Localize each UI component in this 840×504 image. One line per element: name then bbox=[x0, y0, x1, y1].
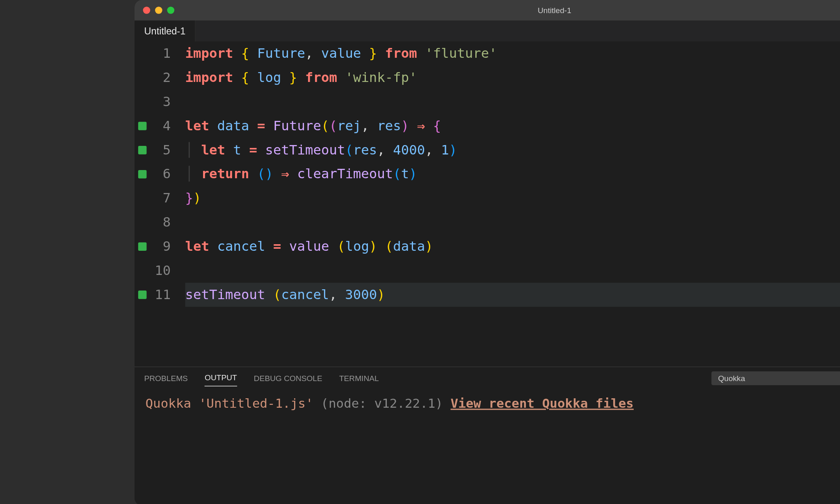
dropdown-value: Quokka bbox=[718, 373, 745, 382]
line-number: 5 bbox=[149, 138, 171, 162]
gutter-marker-row bbox=[135, 186, 149, 211]
panel-tab-terminal[interactable]: TERMINAL bbox=[339, 370, 379, 386]
code-editor[interactable]: 1234567891011 import { Future, value } f… bbox=[135, 42, 840, 367]
code-line[interactable] bbox=[185, 259, 840, 283]
code-line[interactable]: let data = Future((rej, res) ⇒ { bbox=[185, 114, 840, 138]
coverage-marker-icon bbox=[138, 291, 147, 299]
tab-bar: Untitled-1 ··· bbox=[135, 20, 840, 41]
line-numbers: 1234567891011 bbox=[149, 42, 185, 367]
line-number: 10 bbox=[149, 259, 171, 283]
panel-tab-problems[interactable]: PROBLEMS bbox=[144, 370, 188, 386]
code-line[interactable]: let cancel = value (log) (data) bbox=[185, 234, 840, 259]
line-number: 4 bbox=[149, 114, 171, 138]
line-number: 1 bbox=[149, 42, 171, 66]
gutter-marker-row bbox=[135, 162, 149, 186]
titlebar: Untitled-1 bbox=[135, 0, 840, 20]
editor-window: Untitled-1 Untitled-1 ··· 1234567891011 bbox=[135, 0, 840, 504]
line-number: 6 bbox=[149, 162, 171, 186]
gutter-marker-row bbox=[135, 66, 149, 90]
code-area[interactable]: import { Future, value } from 'fluture'i… bbox=[185, 42, 840, 367]
minimize-window-button[interactable] bbox=[155, 7, 162, 14]
editor-tab[interactable]: Untitled-1 bbox=[135, 20, 196, 41]
maximize-window-button[interactable] bbox=[167, 7, 174, 14]
line-number: 7 bbox=[149, 186, 171, 211]
line-number: 3 bbox=[149, 90, 171, 114]
code-line[interactable]: setTimeout (cancel, 3000) bbox=[185, 283, 840, 307]
line-number: 9 bbox=[149, 234, 171, 259]
code-line[interactable]: }) bbox=[185, 186, 840, 211]
code-line[interactable] bbox=[185, 90, 840, 114]
traffic-lights bbox=[143, 7, 175, 14]
coverage-marker-icon bbox=[138, 122, 147, 130]
panel-tabs: PROBLEMS OUTPUT DEBUG CONSOLE TERMINAL Q… bbox=[135, 367, 840, 389]
bottom-panel: PROBLEMS OUTPUT DEBUG CONSOLE TERMINAL Q… bbox=[135, 366, 840, 504]
gutter-marker-row bbox=[135, 259, 149, 283]
coverage-marker-icon bbox=[138, 242, 147, 251]
output-link[interactable]: View recent Quokka files bbox=[451, 396, 634, 411]
line-number: 8 bbox=[149, 210, 171, 234]
output-node-version: (node: v12.22.1) bbox=[313, 396, 451, 411]
coverage-marker-icon bbox=[138, 146, 147, 154]
gutter-marker-row bbox=[135, 42, 149, 66]
gutter-markers bbox=[135, 42, 149, 367]
code-line[interactable]: import { Future, value } from 'fluture' bbox=[185, 42, 840, 66]
window-title: Untitled-1 bbox=[538, 6, 571, 15]
gutter-marker-row bbox=[135, 283, 149, 307]
output-body[interactable]: Quokka 'Untitled-1.js' (node: v12.22.1) … bbox=[135, 389, 840, 418]
gutter-marker-row bbox=[135, 138, 149, 162]
output-channel-dropdown[interactable]: Quokka ⌄ bbox=[711, 371, 840, 385]
output-prefix: Quokka bbox=[145, 396, 199, 411]
code-line[interactable]: │ let t = setTimeout(res, 4000, 1) bbox=[185, 138, 840, 162]
gutter-marker-row bbox=[135, 234, 149, 259]
panel-tab-output[interactable]: OUTPUT bbox=[205, 370, 237, 386]
line-number: 2 bbox=[149, 66, 171, 90]
coverage-marker-icon bbox=[138, 170, 147, 179]
code-line[interactable]: import { log } from 'wink-fp' bbox=[185, 66, 840, 90]
close-window-button[interactable] bbox=[143, 7, 151, 14]
tab-label: Untitled-1 bbox=[144, 26, 186, 36]
gutter-marker-row bbox=[135, 210, 149, 234]
output-filename: 'Untitled-1.js' bbox=[199, 396, 313, 411]
code-line[interactable]: │ return () ⇒ clearTimeout(t) bbox=[185, 162, 840, 186]
panel-actions: Quokka ⌄ bbox=[711, 371, 840, 385]
panel-tab-debug-console[interactable]: DEBUG CONSOLE bbox=[254, 370, 322, 386]
code-line[interactable] bbox=[185, 210, 840, 234]
gutter-marker-row bbox=[135, 90, 149, 114]
gutter-marker-row bbox=[135, 114, 149, 138]
line-number: 11 bbox=[149, 283, 171, 307]
